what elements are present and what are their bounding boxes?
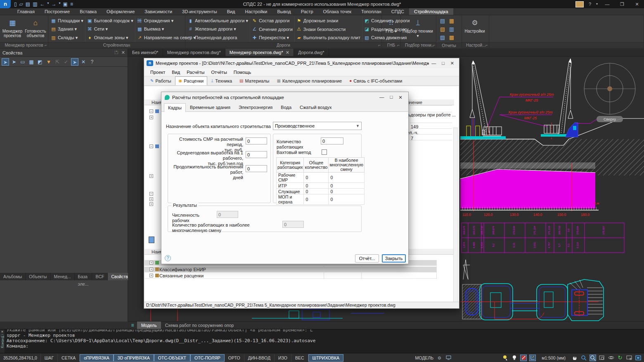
manager-maximize-button[interactable]: □	[442, 61, 445, 66]
spds-table-icon[interactable]	[575, 1, 584, 7]
monitor-icon[interactable]	[445, 355, 452, 361]
tab-materials[interactable]: ▤Материалы	[236, 76, 273, 85]
doc-tab[interactable]: Дороги.dwg*	[294, 49, 329, 56]
ucs-axis-icon[interactable]	[529, 355, 536, 361]
dialog-titlebar[interactable]: Расчёты потребностей на строительной пло…	[161, 92, 408, 103]
ribbon-tab[interactable]: Вывод	[272, 8, 296, 15]
ribbon-tab[interactable]: Облака точек	[318, 8, 357, 15]
undo-icon[interactable]: ←	[40, 1, 45, 7]
tree-expand-icon[interactable]: +	[149, 267, 153, 271]
toggle-snap-step[interactable]: ШАГ	[41, 354, 58, 362]
road-section-button[interactable]: ∠Сечение дороги	[252, 26, 293, 33]
select-add-icon[interactable]: ➤	[2, 58, 9, 66]
tree-collapse-icon[interactable]: −	[149, 109, 153, 113]
move-selection-icon[interactable]: ⇱	[54, 58, 61, 66]
settings-button[interactable]: ⚙ Настройки	[463, 16, 487, 42]
annual-output-input[interactable]	[246, 151, 267, 158]
tree-expand-icon[interactable]: +	[149, 174, 153, 178]
ribbon-tab[interactable]: СПДС	[386, 8, 409, 15]
toggle-otrack-polar[interactable]: ОТС-ПОЛЯР	[190, 354, 225, 362]
help-button[interactable]: ?	[586, 0, 594, 8]
close-button[interactable]: ✕	[630, 0, 644, 8]
tab-albums[interactable]: Альбомы	[0, 273, 26, 280]
tree-collapse-icon[interactable]: −	[149, 144, 153, 148]
tree-expand-icon[interactable]: +	[149, 274, 153, 277]
filter-icon[interactable]: ▼	[45, 58, 52, 66]
report-table-icon[interactable]: ▨	[439, 35, 446, 40]
pan-icon[interactable]	[571, 355, 578, 361]
saved-views-icon[interactable]	[626, 355, 632, 361]
ribbon-tab[interactable]: 3D-инструменты	[177, 8, 222, 15]
railways-button[interactable]: #Железные дороги ▾	[188, 26, 248, 33]
model-space-label[interactable]: МОДЕЛЬ	[415, 355, 434, 360]
ribbon-tab[interactable]: Главная	[12, 8, 40, 15]
tab-ifc-link[interactable]: ●Связь с IFC-объектами	[346, 76, 406, 85]
doc-tab[interactable]: Без имени0*	[128, 49, 163, 56]
tab-compressed-air[interactable]: Сжатый воздух	[296, 103, 336, 111]
deselect-icon[interactable]: ✕	[80, 58, 87, 66]
ribbon-tab[interactable]: Растр	[296, 8, 318, 15]
manager-titlebar[interactable]: n Менеджер проектов - [D:\Distr\!N\Тест-…	[144, 58, 459, 68]
tab-water[interactable]: Вода	[277, 103, 296, 111]
table-row-rates[interactable]: + Связанные расценки	[144, 273, 436, 279]
cursor-select-icon[interactable]: ➤	[71, 58, 78, 66]
tab-sheet[interactable]: Схема работ по сооружению опор	[161, 322, 238, 329]
ribbon-tab[interactable]: Вставка	[75, 8, 102, 15]
tree-expand-icon[interactable]: +	[149, 116, 153, 119]
workers-count-input[interactable]	[321, 137, 343, 144]
report-button[interactable]: Отчёт...	[355, 254, 379, 263]
ribbon-tab[interactable]: Топоплан	[356, 8, 386, 15]
manager-scrollbar[interactable]	[453, 128, 458, 302]
tab-rates[interactable]: ◉Расценки	[175, 76, 208, 85]
shift-method-checkbox[interactable]	[322, 149, 327, 155]
objects-readiness-button[interactable]: ⌂ Готовность объектов	[24, 16, 47, 42]
toggle-dyn-input[interactable]: ДИН-ВВОД	[244, 354, 275, 362]
toggle-otrack-object[interactable]: ОТС-ОБЪЕКТ	[154, 354, 190, 362]
view-navigation-wheel[interactable]: Сверху	[584, 63, 635, 122]
menu-project[interactable]: Проект	[147, 68, 168, 76]
tree-expand-icon[interactable]: +	[149, 261, 153, 265]
footpath-button[interactable]: ∵Пешеходная дорога	[188, 34, 248, 41]
command-line[interactable]: ✕⏍ Команд Укажите рамкой или [все/центр/…	[0, 329, 644, 353]
menu-calculations[interactable]: Расчёты	[184, 68, 207, 76]
danger-zones-button[interactable]: ♦Опасные зоны ▾	[87, 34, 133, 41]
panel-help-icon[interactable]: ?	[88, 58, 96, 66]
command-prompt[interactable]: Команда:	[7, 343, 644, 349]
dialog-launcher-icon[interactable]: ⌐	[45, 43, 47, 48]
menu-help[interactable]: Помощь	[231, 68, 254, 76]
report-list-icon[interactable]: ▤	[439, 18, 446, 24]
scale-selector[interactable]: м1:500 (мм)	[538, 354, 569, 362]
redo-icon[interactable]: →	[52, 1, 57, 7]
dialog-help-icon[interactable]: ?	[165, 255, 171, 261]
tab-kadry[interactable]: Кадры	[164, 103, 186, 112]
undo-dropdown-icon[interactable]: ▾	[47, 1, 49, 7]
close-dialog-button[interactable]: Закрыть	[382, 254, 406, 263]
dialog-close-button[interactable]: ✕	[398, 95, 402, 100]
dialog-minimize-button[interactable]: —	[379, 95, 384, 100]
toggle-3d-osnap[interactable]: 3D оПРИВЯЗКА	[114, 354, 154, 362]
pin-icon[interactable]: ⏍	[114, 50, 118, 55]
duration-input[interactable]	[246, 165, 267, 172]
purpose-combobox[interactable]: Производственное▼	[273, 122, 362, 130]
ribbon-tab[interactable]: Зависимости	[140, 8, 177, 15]
select-icon[interactable]: ➤	[10, 58, 18, 66]
toggle-ortho[interactable]: ОРТО	[225, 354, 244, 362]
doc-tab[interactable]: Менеджер проектов.dwg*	[163, 49, 225, 56]
road-signs-button[interactable]: ⚑Дорожные знаки	[296, 17, 360, 24]
dialog-launcher-icon[interactable]: ⌐	[485, 43, 488, 48]
gnb-button[interactable]: ⁝⁝ ГНБ ▾	[383, 16, 400, 42]
select-window-icon[interactable]: ▭	[19, 58, 26, 66]
regen-icon[interactable]: ↻	[617, 355, 623, 361]
report-link-icon[interactable]: ▧	[439, 26, 446, 32]
report-camera-icon[interactable]: ▦	[448, 18, 455, 24]
zoom-dynamic-icon[interactable]	[580, 355, 587, 361]
project-manager-button[interactable]: ▦ Менеджер проектов	[1, 16, 24, 42]
camp-button[interactable]: ▣Бытовой городок ▾	[87, 17, 133, 24]
tab-close-icon[interactable]: ✕	[286, 49, 289, 57]
crossroad-button[interactable]: ✚Перекресток ▾	[252, 34, 293, 41]
dialog-launcher-icon[interactable]: ⌐	[397, 43, 400, 48]
sites-button[interactable]: ▦Площадки ▾	[51, 17, 83, 24]
print-icon[interactable]: ▣	[63, 1, 68, 7]
select-crossing-icon[interactable]: ▦	[28, 58, 35, 66]
orbit-icon[interactable]	[608, 355, 614, 361]
